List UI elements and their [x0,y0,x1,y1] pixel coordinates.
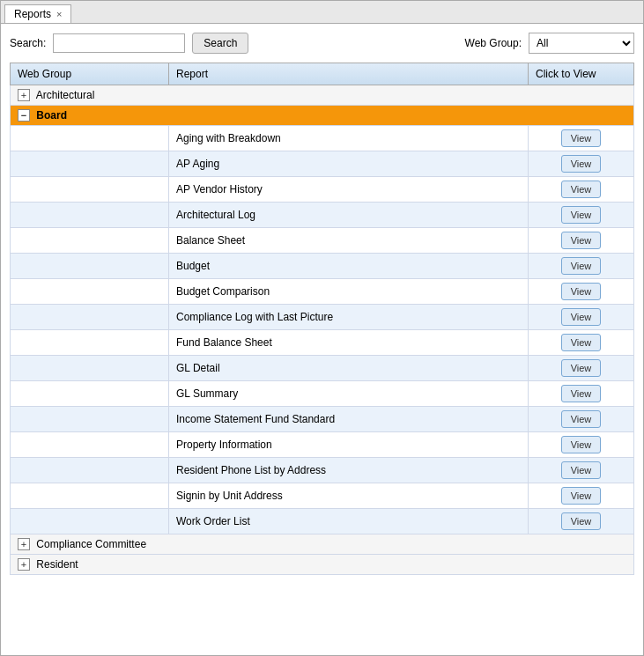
group-header-cell: + Architectural [11,85,634,106]
view-button[interactable]: View [561,257,602,275]
webgroup-select[interactable]: All Architectural Board Compliance Commi… [529,33,634,54]
col-header-report: Report [169,63,529,85]
view-cell: View [529,254,634,279]
report-name-cell: Balance Sheet [169,228,529,254]
reports-tab[interactable]: Reports × [4,4,71,23]
table-row: GL Summary View [11,381,634,407]
group-name: Compliance Committee [36,538,146,550]
report-webgroup-cell [11,279,169,305]
report-table: Web Group Report Click to View + Archite… [10,63,634,575]
reports-window: Reports × Search: Search Web Group: All … [0,0,644,656]
report-webgroup-cell [11,407,169,432]
view-cell: View [529,177,634,203]
report-name-cell: AP Vendor History [169,177,529,203]
search-button[interactable]: Search [192,33,248,54]
view-cell: View [529,483,634,509]
report-webgroup-cell [11,330,169,356]
view-button[interactable]: View [561,206,602,224]
tab-bar: Reports × [1,1,643,24]
table-row: Income Statement Fund Standard View [11,407,634,432]
report-webgroup-cell [11,483,169,509]
table-row: AP Vendor History View [11,177,634,203]
view-button[interactable]: View [561,512,602,530]
view-button[interactable]: View [561,308,602,326]
report-name-cell: Fund Balance Sheet [169,330,529,356]
table-row: Budget Comparison View [11,279,634,305]
view-cell: View [529,228,634,254]
view-button[interactable]: View [561,385,602,402]
group-row[interactable]: + Compliance Committee [11,534,634,555]
table-row: Compliance Log with Last Picture View [11,305,634,330]
view-button[interactable]: View [561,487,602,505]
view-cell: View [529,509,634,534]
view-cell: View [529,407,634,432]
group-name: Board [36,109,67,122]
report-webgroup-cell [11,509,169,534]
view-cell: View [529,432,634,458]
report-name-cell: Budget [169,254,529,279]
search-input[interactable] [53,33,185,53]
report-webgroup-cell [11,458,169,483]
report-webgroup-cell [11,254,169,279]
report-name-cell: Architectural Log [169,203,529,228]
report-webgroup-cell [11,151,169,177]
tab-close-icon[interactable]: × [56,9,62,19]
table-header-row: Web Group Report Click to View [11,63,634,85]
table-row: Balance Sheet View [11,228,634,254]
view-button[interactable]: View [561,410,602,428]
group-header-cell: + Resident [11,555,634,575]
group-row[interactable]: + Resident [11,555,634,575]
report-webgroup-cell [11,228,169,254]
view-button[interactable]: View [561,461,602,479]
toolbar: Search: Search Web Group: All Architectu… [10,33,634,54]
col-header-clicktoview: Click to View [529,63,634,85]
table-row: GL Detail View [11,356,634,381]
report-webgroup-cell [11,381,169,407]
group-row[interactable]: − Board [11,106,634,126]
report-webgroup-cell [11,432,169,458]
view-button[interactable]: View [561,155,602,173]
table-row: Resident Phone List by Address View [11,458,634,483]
group-header-cell: + Compliance Committee [11,534,634,555]
report-name-cell: Property Information [169,432,529,458]
view-cell: View [529,381,634,407]
view-button[interactable]: View [561,334,602,351]
report-name-cell: Income Statement Fund Standard [169,407,529,432]
report-name-cell: AP Aging [169,151,529,177]
webgroup-label: Web Group: [465,37,522,49]
group-name: Resident [36,558,78,571]
view-cell: View [529,203,634,228]
expand-icon[interactable]: − [18,109,30,122]
view-cell: View [529,279,634,305]
view-cell: View [529,356,634,381]
report-name-cell: Budget Comparison [169,279,529,305]
view-cell: View [529,330,634,356]
expand-icon[interactable]: + [18,538,30,550]
report-name-cell: Work Order List [169,509,529,534]
table-row: Fund Balance Sheet View [11,330,634,356]
report-name-cell: Signin by Unit Address [169,483,529,509]
report-name-cell: Aging with Breakdown [169,126,529,151]
table-row: Aging with Breakdown View [11,126,634,151]
report-webgroup-cell [11,203,169,228]
table-row: Work Order List View [11,509,634,534]
view-button[interactable]: View [561,283,602,300]
view-button[interactable]: View [561,129,602,147]
group-row[interactable]: + Architectural [11,85,634,106]
col-header-webgroup: Web Group [11,63,169,85]
view-cell: View [529,151,634,177]
table-row: Property Information View [11,432,634,458]
tab-label: Reports [14,8,51,20]
view-button[interactable]: View [561,436,602,453]
view-cell: View [529,126,634,151]
view-button[interactable]: View [561,359,602,377]
view-button[interactable]: View [561,181,602,198]
report-webgroup-cell [11,177,169,203]
expand-icon[interactable]: + [18,558,30,571]
report-name-cell: GL Detail [169,356,529,381]
table-row: Architectural Log View [11,203,634,228]
expand-icon[interactable]: + [18,89,30,101]
view-button[interactable]: View [561,232,602,249]
report-webgroup-cell [11,126,169,151]
report-webgroup-cell [11,305,169,330]
